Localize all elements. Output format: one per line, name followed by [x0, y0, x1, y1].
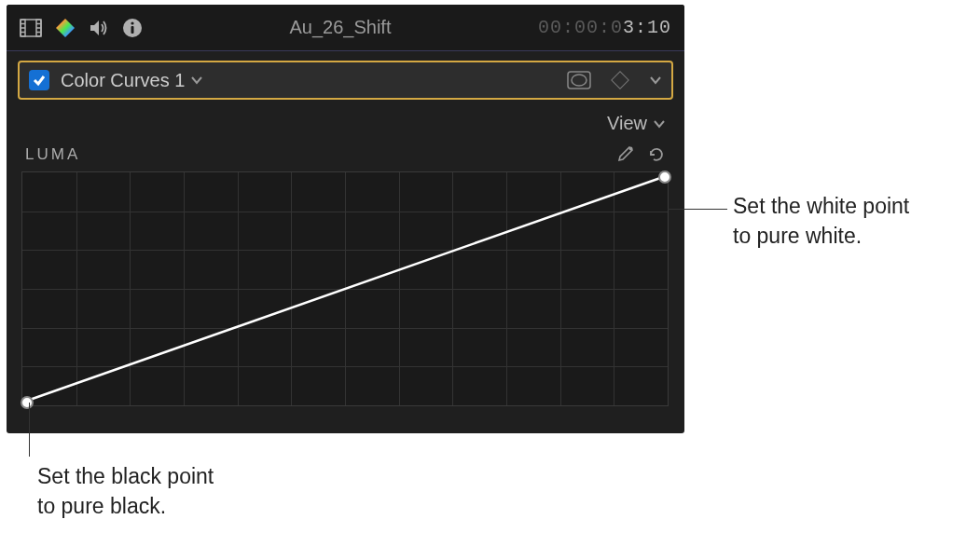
inspector-tab-icons: [20, 18, 143, 38]
svg-point-13: [572, 75, 587, 86]
callout-text-line: Set the white point: [733, 191, 909, 221]
timecode-inactive: 00:00:0: [538, 17, 623, 38]
audio-tab-icon[interactable]: [89, 19, 109, 37]
luma-curve-grid[interactable]: [21, 171, 669, 406]
effect-row-controls: [567, 71, 662, 89]
callout-text-line: to pure white.: [733, 221, 909, 251]
timecode-display: 00:00:03:10: [538, 17, 671, 38]
reset-icon[interactable]: [647, 145, 666, 164]
chevron-down-icon[interactable]: [649, 74, 662, 87]
color-inspector-panel: Au_26_Shift 00:00:03:10 Color Curves 1 V…: [7, 5, 684, 433]
timecode-active: 3:10: [623, 17, 671, 38]
chevron-down-icon[interactable]: [190, 74, 203, 87]
color-tab-icon[interactable]: [55, 18, 76, 38]
keyframe-icon[interactable]: [611, 71, 629, 89]
effect-name-dropdown[interactable]: Color Curves 1: [61, 70, 185, 91]
effect-header-row[interactable]: Color Curves 1: [18, 61, 673, 100]
svg-point-14: [629, 147, 633, 151]
info-tab-icon[interactable]: [122, 18, 143, 38]
view-menu-button[interactable]: View: [607, 113, 647, 134]
callout-leader-line: [668, 209, 727, 210]
white-point-handle[interactable]: [658, 171, 671, 184]
curve-header: LUMA: [21, 145, 669, 171]
curve-tools: [615, 145, 666, 164]
callout-leader-line: [29, 403, 30, 457]
white-point-callout: Set the white point to pure white.: [733, 191, 909, 251]
callout-text-line: Set the black point: [37, 461, 214, 491]
chevron-down-icon[interactable]: [653, 117, 666, 130]
luma-label: LUMA: [25, 145, 80, 164]
effect-enable-checkbox[interactable]: [29, 70, 49, 90]
svg-point-10: [131, 21, 133, 24]
callout-text-line: to pure black.: [37, 491, 214, 521]
svg-rect-11: [131, 26, 134, 34]
mask-icon[interactable]: [567, 71, 591, 89]
inspector-top-bar: Au_26_Shift 00:00:03:10: [7, 5, 684, 51]
clip-title: Au_26_Shift: [143, 17, 538, 38]
luma-curve-section: LUMA: [21, 145, 669, 406]
eyedropper-icon[interactable]: [615, 145, 634, 164]
black-point-handle[interactable]: [21, 396, 34, 409]
black-point-callout: Set the black point to pure black.: [37, 461, 214, 521]
view-menu-row: View: [7, 100, 684, 140]
video-tab-icon[interactable]: [20, 19, 42, 37]
